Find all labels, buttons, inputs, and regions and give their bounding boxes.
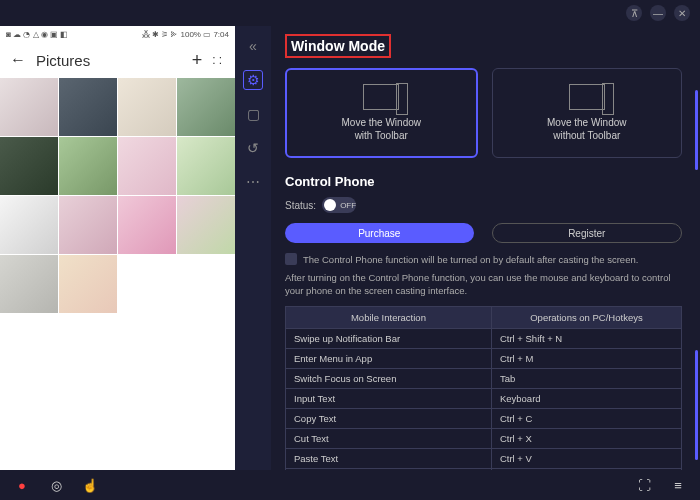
register-button[interactable]: Register [492,223,683,243]
history-icon[interactable]: ↺ [243,138,263,158]
pointer-icon[interactable]: ☝ [80,475,100,495]
photo-thumb[interactable] [0,137,58,195]
cell-hotkey: Ctrl + X [491,428,681,448]
cell-hotkey: Ctrl + C [491,408,681,428]
cell-mobile-action: Input Text [286,388,492,408]
collapse-icon[interactable]: « [243,36,263,56]
cell-mobile-action: Paste Text [286,448,492,468]
status-label: Status: [285,200,316,211]
photo-thumb[interactable] [59,255,117,313]
photo-thumb[interactable] [118,78,176,136]
settings-panel: Window Mode Move the Window with Toolbar… [271,26,700,470]
cell-mobile-action: Switch Focus on Screen [286,368,492,388]
footer-bar: ● ◎ ☝ ⛶ ≡ [0,470,700,500]
cell-hotkey: Ctrl + Shift + N [491,328,681,348]
close-button[interactable]: ✕ [674,5,690,21]
default-on-checkbox[interactable] [285,253,297,265]
photo-thumb[interactable] [177,137,235,195]
menu-icon[interactable]: ≡ [668,475,688,495]
grid-view-icon[interactable]: :: [212,53,225,67]
checkbox-label: The Control Phone function will be turne… [303,254,638,265]
cell-mobile-action: Swipe up Notification Bar [286,328,492,348]
mode-label: Move the Window with Toolbar [342,116,421,142]
cell-hotkey: Keyboard [491,388,681,408]
table-row: Paste TextCtrl + V [286,448,682,468]
record-tool-icon[interactable]: ▢ [243,104,263,124]
minimize-button[interactable]: — [650,5,666,21]
cell-mobile-action: Cut Text [286,428,492,448]
photo-thumb[interactable] [118,137,176,195]
cell-mobile-action: Enter Menu in App [286,348,492,368]
scrollbar[interactable] [695,90,698,170]
table-row: Swipe up Notification BarCtrl + Shift + … [286,328,682,348]
phone-status-icons: ◙ ☁ ◔ △ ◉ ▣ ◧ [6,30,68,39]
more-tool-icon[interactable]: ⋯ [243,172,263,192]
window-plain-icon [569,84,605,110]
fullscreen-icon[interactable]: ⛶ [634,475,654,495]
screenshot-icon[interactable]: ◎ [46,475,66,495]
control-toggle[interactable]: OFF [322,197,356,213]
cell-hotkey: Tab [491,368,681,388]
hotkeys-table: Mobile Interaction Operations on PC/Hotk… [285,306,682,470]
phone-mirror-panel: ◙ ☁ ◔ △ ◉ ▣ ◧ ⁂ ✱ ⚞ ⫸ 100% ▭ 7:04 ← Pict… [0,26,235,470]
window-toolbar-icon [363,84,399,110]
table-row: Input TextKeyboard [286,388,682,408]
settings-gear-icon[interactable]: ⚙ [243,70,263,90]
photo-thumb[interactable] [59,137,117,195]
window-mode-heading: Window Mode [285,34,391,58]
cell-hotkey: Ctrl + M [491,348,681,368]
phone-status-right: ⁂ ✱ ⚞ ⫸ 100% ▭ 7:04 [142,30,229,39]
col-pc: Operations on PC/Hotkeys [491,306,681,328]
photo-thumb[interactable] [59,196,117,254]
add-icon[interactable]: + [192,50,203,71]
side-toolbar: « ⚙ ▢ ↺ ⋯ [235,26,271,470]
photo-thumb[interactable] [0,196,58,254]
control-phone-heading: Control Phone [285,174,682,189]
window-mode-with-toolbar[interactable]: Move the Window with Toolbar [285,68,478,158]
photo-grid[interactable] [0,78,235,470]
scrollbar[interactable] [695,350,698,460]
cell-hotkey: Ctrl + Z [491,468,681,470]
table-row: Switch Focus on ScreenTab [286,368,682,388]
back-icon[interactable]: ← [10,51,26,69]
pin-button[interactable]: ⊼ [626,5,642,21]
table-row: Enter Menu in AppCtrl + M [286,348,682,368]
control-note: After turning on the Control Phone funct… [285,271,682,298]
photo-thumb[interactable] [0,78,58,136]
photo-thumb[interactable] [177,196,235,254]
cell-mobile-action: Undo (For Some Apps) [286,468,492,470]
window-mode-without-toolbar[interactable]: Move the Window without Toolbar [492,68,683,158]
table-row: Copy TextCtrl + C [286,408,682,428]
phone-page-title: Pictures [36,52,182,69]
photo-thumb[interactable] [59,78,117,136]
mode-label: Move the Window without Toolbar [547,116,626,142]
photo-thumb[interactable] [118,196,176,254]
col-mobile: Mobile Interaction [286,306,492,328]
table-row: Undo (For Some Apps)Ctrl + Z [286,468,682,470]
purchase-button[interactable]: Purchase [285,223,474,243]
photo-thumb[interactable] [177,78,235,136]
cell-hotkey: Ctrl + V [491,448,681,468]
table-row: Cut TextCtrl + X [286,428,682,448]
cell-mobile-action: Copy Text [286,408,492,428]
photo-thumb[interactable] [0,255,58,313]
record-icon[interactable]: ● [12,475,32,495]
